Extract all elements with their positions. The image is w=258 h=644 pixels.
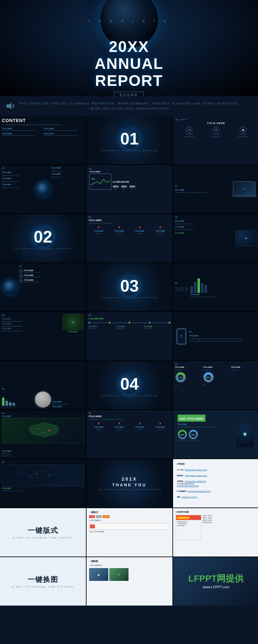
orb-03: 03	[120, 276, 139, 295]
big-num-01: 01	[120, 130, 139, 147]
world-map	[2, 464, 84, 487]
slide-04-timeline: 04 TITLE HERE Template applies to annual…	[87, 410, 172, 458]
svg-point-8	[48, 430, 50, 432]
svg-point-17	[13, 466, 73, 485]
slide-lfppt: LFPPT网提供 www.LFPPT.com	[173, 557, 258, 606]
monitor-shape: 201X	[89, 174, 112, 190]
slide-04-world-map: 04 TITLE HERE Template text here for ann…	[0, 459, 86, 508]
content-item-3: TITLE HERE The template is for annual re…	[2, 133, 42, 136]
icon-item-3: ◉ TITLE HERE Template text here	[238, 127, 248, 137]
slide-03-phone: 📱 03 TITLE HERE The template applies to …	[173, 312, 258, 360]
slide-02-sub: THE TEMPLATE IS FOR ANNUAL REPORTING	[14, 248, 72, 250]
slide-title-icons: 01 TITLE HERE ⊙ TITLE HERE Template text…	[173, 116, 258, 164]
slide-onekey-image: 一键换图 A KEY TO CHANGE THE PICTURE	[0, 557, 86, 606]
orb-01: 01	[120, 129, 139, 148]
moon-shape	[35, 392, 51, 408]
slide-04-center: 04 THE TEMPLATE IS FOR ANNUAL REPORTING	[87, 361, 172, 409]
slide-bar-chart: 03 201X TITLE HERE Template annual repor…	[173, 263, 258, 311]
slide-onekey-layout: 一键版式 A KEY TO CHANGE THE LAYOUT	[0, 508, 86, 557]
content-subtext: THIS TEMPLATE APPLIES TO ANNUAL REPORTIN…	[2, 124, 84, 126]
slide-links: 友情链接： 文人小站：http://www.fkppt.com/pptp_14.…	[173, 459, 258, 508]
svg-text:60%: 60%	[191, 434, 196, 436]
big-num-03: 03	[120, 277, 139, 294]
slide-01-laptop: 01 TITLE HERE Template text for annual r…	[173, 165, 258, 213]
bar-chart	[190, 277, 257, 293]
slide-02-orb-items: 02 ⊙ TITLE HERE Template annual report t…	[0, 263, 86, 311]
slide-01-orb: 01 TITLE HERE Template text here for ann…	[0, 165, 86, 213]
orb-04: 04	[120, 374, 139, 393]
svg-text:40%: 40%	[179, 376, 183, 378]
hero-badge: SUGAR	[114, 92, 144, 96]
subtitle-line2: I WISH YOU EXCELLENT DEMONSTRATION.	[19, 106, 239, 111]
slide-01-sub: THE TEMPLATE IS FOR ANNUAL REPORTING	[101, 150, 158, 152]
svg-text:201X: 201X	[91, 178, 95, 180]
content-item-1: TITLE HERE The template is for annual re…	[2, 128, 42, 131]
slide-instructions-image: 一键换图 1.右键【更改图片】 🏔️ 🌿	[87, 557, 172, 606]
icon-item-2: ✦ TITLE HERE Template text here	[211, 127, 221, 137]
big-num-04: 04	[120, 376, 139, 392]
svg-point-19	[48, 475, 50, 476]
hero-section: T E M P L A T E 20XX ANNUAL REPORT SUGAR	[0, 0, 258, 96]
btn-cut[interactable]: 切换	[89, 515, 95, 518]
space-laptop: 🌌	[235, 216, 257, 260]
svg-text:60%: 60%	[207, 376, 211, 378]
hero-title-line2: ANNUAL REPORT	[64, 55, 194, 89]
slide-instructions-step3: 3.更改客节标题 选中第1节 更改客节标题文字一键更改所有对应幻灯片的标题 更换…	[173, 508, 258, 557]
slide-04-china-map: 04 TITLE HERE TITLE HERE Template text 1	[0, 410, 86, 458]
slide-04-pie: 04 TITLE HERE Template text 40% 45%	[173, 361, 258, 409]
orb-blue-1	[36, 182, 50, 196]
btn-view[interactable]: 视图	[96, 515, 102, 518]
slide-content: CONTENT THIS TEMPLATE APPLIES TO ANNUAL …	[0, 116, 86, 164]
orb-02: 02	[33, 227, 53, 246]
hero-title: 20XX ANNUAL REPORT SUGAR	[64, 38, 194, 96]
svg-point-9	[42, 432, 44, 433]
subtitle-line1: THIS TEMPLATE APPLIES TO ANNUAL REPORTIN…	[19, 101, 239, 106]
slide-03-timeline: 03 ¥ 20,000,000 TITLE HERE	[87, 312, 172, 360]
hero-title-line1: 20XX	[64, 38, 194, 55]
slide-02-center: 02 THE TEMPLATE IS FOR ANNUAL REPORTING	[0, 214, 86, 262]
phone-shape: 📱	[177, 328, 186, 344]
orb-blue-2	[3, 280, 17, 294]
template-text: T E M P L A T E	[88, 19, 170, 23]
subtitle-bar: THIS TEMPLATE APPLIES TO ANNUAL REPORTIN…	[0, 96, 258, 116]
slide-chart-monitor: 01 TITLE HERE 201X $ 2,000,000,000 40%PA…	[87, 165, 172, 213]
speaker-icon	[6, 102, 16, 110]
content-header: CONTENT	[2, 118, 84, 123]
svg-point-18	[36, 474, 37, 475]
icon-item-1: ⊙ TITLE HERE Template text here	[184, 127, 195, 137]
btn-slide[interactable]: 幻灯片	[103, 515, 110, 518]
content-item-4: TITLE HERE The template is for annual re…	[44, 133, 84, 136]
slide-thankyou: 201X THANK YOU THE TEMPLATE APPLIES TO A…	[87, 459, 172, 508]
svg-point-20	[30, 476, 31, 478]
slides-grid: CONTENT THIS TEMPLATE APPLIES TO ANNUAL …	[0, 116, 258, 606]
slide-bar-numbers: 03 4.3 2011 2.5 2012 1.5	[0, 361, 86, 409]
slide-03-center: 03 THE TEMPLATE IS FOR ANNUAL REPORTING	[87, 263, 172, 311]
big-num-02: 02	[34, 228, 52, 245]
svg-text:60%: 60%	[180, 434, 185, 436]
content-item-2: TITLE HERE The template is for annual re…	[44, 128, 84, 131]
svg-marker-0	[6, 103, 11, 109]
slide-instructions-layout: 一键版式 切换 视图 幻灯片 1.点击【视图】栏 切 2.点击【幻灯片母版】	[87, 508, 172, 557]
slide-02-pins: 02 TITLE HERE Template text for annual r…	[87, 214, 172, 262]
slide-add-title: ADD TITLE HERE TITLE HERE The template a…	[173, 410, 258, 458]
china-map	[2, 418, 84, 443]
laptop-shape: ▣	[231, 181, 257, 197]
slide-03-photo: 03 TITLE HERE Template annual reporting …	[0, 312, 86, 360]
slide-title-header: TITLE HERE	[176, 122, 256, 125]
slide-02-space: 02 TITLE HERE Annual report template tex…	[173, 214, 258, 262]
slide-01-center: 01 THE TEMPLATE IS FOR ANNUAL REPORTING	[87, 116, 172, 164]
svg-point-10	[37, 428, 39, 430]
